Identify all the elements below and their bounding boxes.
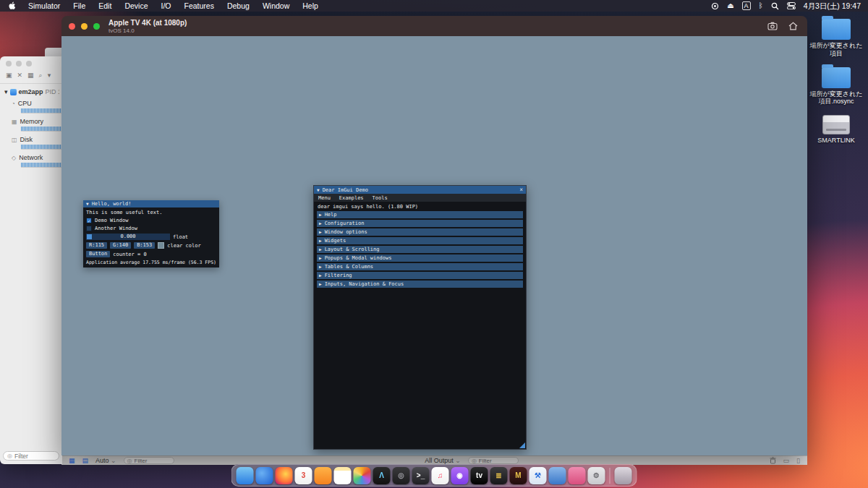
- instruments-titlebar[interactable]: [0, 56, 62, 69]
- simulator-titlebar[interactable]: Apple TV 4K (at 1080p) tvOS 14.0: [61, 16, 807, 36]
- home-icon[interactable]: [787, 21, 799, 31]
- dock-icon-firefox[interactable]: [276, 467, 293, 484]
- dock-icon-xcode[interactable]: ⚒: [529, 467, 547, 484]
- auto-scope-button[interactable]: Auto ⌄: [95, 457, 116, 464]
- dock-icon-photos[interactable]: [354, 467, 371, 484]
- menu-item-device[interactable]: Device: [118, 0, 154, 12]
- dock-icon-app-blue-circle[interactable]: [256, 467, 273, 484]
- collapsing-header[interactable]: ▶ Window options: [317, 228, 523, 236]
- demo-window-titlebar[interactable]: ▼ Dear ImGui Demo ×: [314, 186, 526, 194]
- color-r-field[interactable]: R:115: [86, 242, 107, 249]
- dock-icon-trash[interactable]: [615, 467, 632, 484]
- bluetooth-icon[interactable]: ᛒ: [759, 0, 763, 12]
- dock-icon-app-pink[interactable]: [569, 467, 586, 484]
- toolbar-icon[interactable]: ✕: [17, 72, 23, 80]
- dock-icon-app-orange[interactable]: [315, 467, 332, 484]
- toolbar-icon[interactable]: ⌕: [39, 72, 43, 80]
- zoom-button[interactable]: [93, 23, 100, 30]
- status-circle-icon[interactable]: [711, 2, 719, 10]
- menu-item-help[interactable]: Help: [296, 0, 325, 12]
- toolbar-icon[interactable]: ▾: [48, 72, 51, 80]
- debug-toggle-icon[interactable]: ▦: [69, 457, 75, 464]
- variables-filter-field[interactable]: ◎: [124, 457, 174, 464]
- dock-icon-simulator[interactable]: [549, 467, 566, 484]
- variables-filter-input[interactable]: [135, 458, 169, 464]
- another-window-checkbox[interactable]: [86, 226, 92, 231]
- instruments-filter-field[interactable]: ◎: [3, 451, 59, 461]
- collapsing-header[interactable]: ▶ Widgets: [317, 237, 523, 244]
- color-b-field[interactable]: B:153: [134, 242, 155, 249]
- menu-item-window[interactable]: Window: [256, 0, 296, 12]
- demo-window-checkbox[interactable]: ✓: [86, 218, 92, 223]
- desktop-item-smartlink-drive[interactable]: SMARTLINK: [807, 115, 865, 145]
- console-pane-icon[interactable]: ▭: [783, 457, 790, 464]
- desktop-item-relocated-items[interactable]: 場所が変更された項目: [807, 19, 865, 58]
- desktop-item-relocated-items-nosync[interactable]: 場所が変更された項目.nosync: [807, 67, 865, 106]
- menu-item-io[interactable]: I/O: [154, 0, 177, 12]
- process-row[interactable]: ▾ em2app PID 1: [4, 88, 59, 95]
- collapsing-header[interactable]: ▶ Help: [317, 211, 523, 218]
- toolbar-icon[interactable]: ▦: [27, 72, 34, 80]
- dock-icon-calendar[interactable]: 3: [295, 467, 312, 484]
- collapsing-header[interactable]: ▶ Popups & Modal windows: [317, 254, 523, 262]
- spotlight-search-icon[interactable]: [771, 2, 779, 10]
- dock-icon-app-dark-stripes[interactable]: ≣: [490, 467, 508, 484]
- all-output-button[interactable]: All Output ⌄: [425, 457, 461, 464]
- input-source-indicator[interactable]: A: [742, 1, 751, 10]
- counter-button[interactable]: Button: [86, 251, 110, 257]
- dock-icon-finder[interactable]: [237, 467, 254, 484]
- dock-icon-app-dark-red[interactable]: M: [510, 467, 527, 484]
- disclosure-triangle-icon[interactable]: ▾: [4, 88, 8, 95]
- dock-icon-app-prism[interactable]: Λ: [373, 467, 391, 484]
- collapsing-header[interactable]: ▶ Configuration: [317, 220, 523, 227]
- collapsing-header[interactable]: ▶ Layout & Scrolling: [317, 246, 523, 253]
- resize-grip[interactable]: [519, 442, 525, 448]
- instrument-track[interactable]: ▦ Memory: [12, 118, 59, 132]
- imgui-menu-item[interactable]: Examples: [339, 195, 364, 201]
- close-icon[interactable]: ×: [519, 187, 523, 193]
- menu-item-debug[interactable]: Debug: [221, 0, 256, 12]
- control-center-icon[interactable]: [787, 2, 796, 9]
- imgui-menu-item[interactable]: Tools: [373, 195, 388, 201]
- collapse-arrow-icon[interactable]: ▼: [86, 202, 89, 206]
- instrument-track[interactable]: ◇ Network: [12, 154, 59, 168]
- instrument-track[interactable]: ◔ CPU: [12, 100, 59, 114]
- variables-view-icon[interactable]: ▤: [82, 457, 89, 464]
- apple-menu[interactable]: [7, 1, 22, 10]
- split-pane-icon[interactable]: ▯: [796, 457, 800, 464]
- dock-icon-notes[interactable]: [334, 467, 352, 484]
- menu-item-features[interactable]: Features: [178, 0, 221, 12]
- toolbar-icon[interactable]: ▣: [6, 72, 12, 80]
- collapsing-header[interactable]: ▶ Tables & Columns: [317, 263, 523, 270]
- imgui-menu-item[interactable]: Menu: [318, 195, 331, 201]
- dock-icon-terminal[interactable]: >_: [412, 467, 430, 484]
- dock-icon-app-dark-circle[interactable]: ◎: [393, 467, 410, 484]
- collapse-arrow-icon[interactable]: ▼: [317, 188, 320, 192]
- filter-input[interactable]: [14, 453, 51, 460]
- hello-window-titlebar[interactable]: ▼ Hello, world!: [83, 200, 219, 207]
- trash-icon[interactable]: [770, 457, 776, 464]
- menu-bar-clock[interactable]: 4月3日(土) 19:47: [804, 0, 861, 12]
- minimize-button[interactable]: [81, 23, 88, 30]
- collapsing-header[interactable]: ▶ Filtering: [317, 272, 523, 279]
- menu-item-edit[interactable]: Edit: [92, 0, 118, 12]
- float-slider[interactable]: 0.000: [86, 234, 170, 240]
- dock-icon-podcasts[interactable]: ◉: [451, 467, 469, 484]
- clear-color-swatch[interactable]: [158, 242, 164, 249]
- console-filter-field[interactable]: ◎: [468, 457, 519, 464]
- dock-icon-music[interactable]: ♫: [432, 467, 449, 484]
- color-g-field[interactable]: G:140: [110, 242, 131, 249]
- minimize-button[interactable]: [16, 61, 22, 67]
- dock-icon-tv[interactable]: tv: [471, 467, 488, 484]
- zoom-button[interactable]: [26, 61, 32, 67]
- eject-icon[interactable]: ⏏: [727, 0, 733, 12]
- screenshot-icon[interactable]: [767, 21, 778, 31]
- menu-item-app[interactable]: Simulator: [22, 0, 67, 12]
- menu-item-file[interactable]: File: [67, 0, 92, 12]
- instrument-track[interactable]: ◫ Disk: [12, 136, 59, 150]
- close-button[interactable]: [69, 23, 75, 30]
- dock-icon-system-preferences[interactable]: ⚙: [588, 467, 605, 484]
- console-filter-input[interactable]: [479, 458, 514, 464]
- collapsing-header[interactable]: ▶ Inputs, Navigation & Focus: [317, 281, 523, 288]
- close-button[interactable]: [6, 61, 12, 67]
